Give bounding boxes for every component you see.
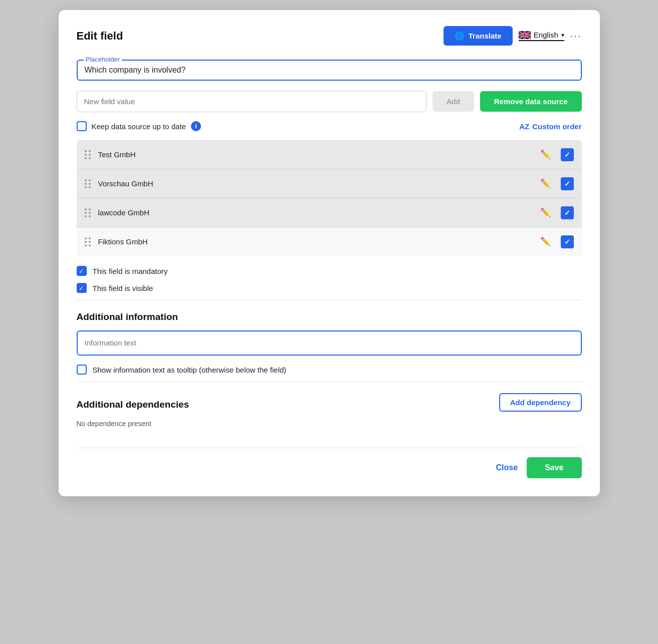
placeholder-field-group: Placeholder <box>77 60 582 81</box>
az-icon: AZ <box>519 122 529 131</box>
edit-field-modal: Edit field 🌐 Translate English ▾ ··· <box>59 10 600 496</box>
list-item: lawcode GmbH✏️ <box>77 198 582 227</box>
divider-2 <box>77 382 582 382</box>
keep-source-label: Keep data source up to date <box>92 122 186 131</box>
add-dependency-button[interactable]: Add dependency <box>499 393 582 412</box>
mandatory-checkbox[interactable] <box>77 266 87 276</box>
visible-row: This field is visible <box>77 283 582 293</box>
drag-handle-icon[interactable] <box>85 179 91 188</box>
item-check-button[interactable] <box>561 206 574 219</box>
chevron-down-icon: ▾ <box>561 32 564 39</box>
mandatory-row: This field is mandatory <box>77 266 582 276</box>
tooltip-row: Show information text as tooltip (otherw… <box>77 365 582 375</box>
item-edit-button[interactable]: ✏️ <box>537 147 554 162</box>
item-check-button[interactable] <box>561 148 574 161</box>
translate-button[interactable]: 🌐 Translate <box>444 26 513 46</box>
item-check-button[interactable] <box>561 177 574 190</box>
save-button[interactable]: Save <box>527 457 581 478</box>
close-button[interactable]: Close <box>496 463 518 472</box>
placeholder-input[interactable] <box>85 66 574 75</box>
custom-order-button[interactable]: AZ Custom order <box>519 122 581 131</box>
translate-icon: 🌐 <box>455 31 465 41</box>
tooltip-label: Show information text as tooltip (otherw… <box>93 366 287 374</box>
keep-source-left: Keep data source up to date i <box>77 121 201 131</box>
item-check-button[interactable] <box>561 235 574 248</box>
info-text-field-group <box>77 331 582 356</box>
more-icon: ··· <box>570 30 582 41</box>
drag-handle-icon[interactable] <box>85 237 91 246</box>
info-text-input[interactable] <box>85 339 574 347</box>
dependencies-heading: Additional dependencies <box>77 399 189 410</box>
tooltip-checkbox[interactable] <box>77 365 87 375</box>
item-edit-button[interactable]: ✏️ <box>537 234 554 249</box>
new-field-input[interactable] <box>77 91 427 112</box>
list-item: Vorschau GmbH✏️ <box>77 169 582 198</box>
header-actions: 🌐 Translate English ▾ ··· <box>444 26 582 46</box>
no-dependence-text: No dependence present <box>77 420 582 428</box>
item-name: Test GmbH <box>98 150 530 159</box>
list-item: Test GmbH✏️ <box>77 140 582 169</box>
modal-header: Edit field 🌐 Translate English ▾ ··· <box>77 26 582 46</box>
uk-flag-icon <box>519 31 531 39</box>
translate-label: Translate <box>469 32 502 40</box>
modal-title: Edit field <box>77 30 123 43</box>
language-selector[interactable]: English ▾ <box>519 31 564 41</box>
info-icon[interactable]: i <box>191 121 201 131</box>
remove-data-source-button[interactable]: Remove data source <box>480 91 582 112</box>
item-name: Fiktions GmbH <box>98 237 530 246</box>
add-button[interactable]: Add <box>432 91 474 112</box>
item-name: lawcode GmbH <box>98 208 530 217</box>
visible-checkbox[interactable] <box>77 283 87 293</box>
modal-footer: Close Save <box>77 448 582 478</box>
language-label: English <box>534 31 558 39</box>
item-edit-button[interactable]: ✏️ <box>537 205 554 220</box>
more-options-button[interactable]: ··· <box>570 30 582 42</box>
divider-1 <box>77 300 582 300</box>
list-item: Fiktions GmbH✏️ <box>77 227 582 256</box>
placeholder-label: Placeholder <box>84 56 122 63</box>
keep-source-checkbox[interactable] <box>77 121 87 131</box>
items-list: Test GmbH✏️Vorschau GmbH✏️lawcode GmbH✏️… <box>77 140 582 256</box>
item-edit-button[interactable]: ✏️ <box>537 176 554 191</box>
custom-order-label: Custom order <box>532 122 581 131</box>
new-field-row: Add Remove data source <box>77 91 582 112</box>
additional-info-heading: Additional information <box>77 311 582 323</box>
drag-handle-icon[interactable] <box>85 208 91 217</box>
mandatory-label: This field is mandatory <box>93 267 168 275</box>
dependencies-header: Additional dependencies Add dependency <box>77 393 582 412</box>
visible-label: This field is visible <box>93 284 153 292</box>
item-name: Vorschau GmbH <box>98 179 530 188</box>
drag-handle-icon[interactable] <box>85 150 91 159</box>
keep-source-row: Keep data source up to date i AZ Custom … <box>77 121 582 131</box>
